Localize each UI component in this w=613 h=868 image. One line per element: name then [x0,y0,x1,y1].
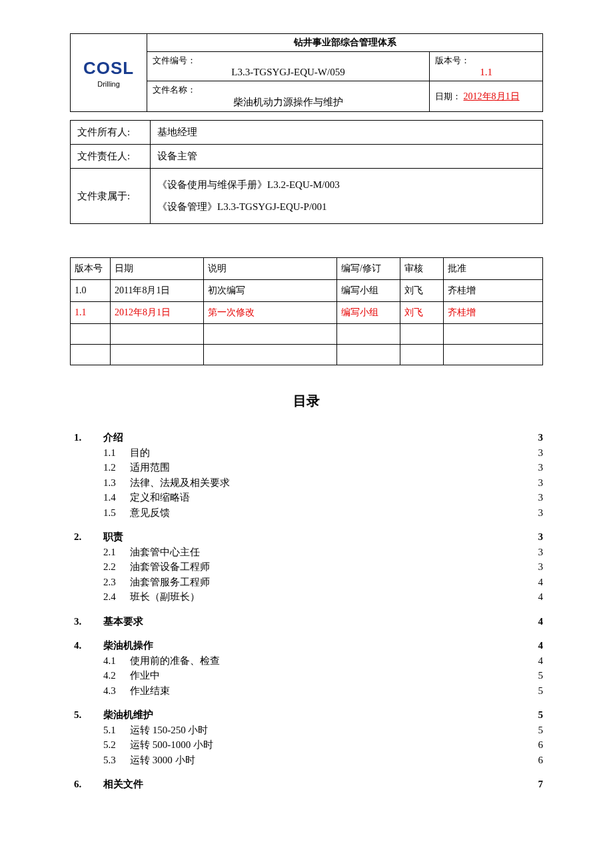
toc-text: 目的 [130,445,523,461]
toc-subsection: 5.3运转 3000 小时6 [70,753,543,768]
toc-text: 油套管中心主任 [130,545,523,560]
revision-cell: 第一次修改 [204,302,337,324]
belong-line-1: 《设备使用与维保手册》L3.2-EQU-M/003 [157,174,536,196]
toc-text: 油套管设备工程师 [130,559,523,575]
toc-number: 1.4 [103,490,130,505]
date-value: 2012年8月1日 [464,91,520,101]
toc-subsection: 1.5意见反馈3 [70,505,543,521]
toc-text: 作业结束 [130,683,523,699]
revision-cell: 2012年8月1日 [111,302,204,324]
toc-page: 4 [523,653,543,669]
revision-cell [71,324,111,345]
toc-text: 运转 500-1000 小时 [130,737,523,753]
revision-cell: 编写小组 [337,280,400,302]
toc-subsection: 2.2油套管设备工程师3 [70,559,543,575]
toc-section: 3.基本要求4 [70,614,543,629]
revision-cell: 刘飞 [400,280,444,302]
toc-number: 1.5 [103,505,130,521]
toc-subsection: 1.4定义和缩略语3 [70,490,543,505]
rev-header-review: 审核 [400,258,444,280]
rev-header-date: 日期 [111,258,204,280]
toc-number: 5.3 [103,753,130,768]
doc-name-value: 柴油机动力源操作与维护 [153,96,424,109]
owner-label: 文件所有人: [71,121,151,145]
toc-number: 5. [70,707,103,723]
toc-subsection: 1.3法律、法规及相关要求3 [70,475,543,491]
table-of-contents: 1.介绍31.1目的31.2适用范围31.3法律、法规及相关要求31.4定义和缩… [70,430,543,792]
toc-subsection: 4.1使用前的准备、检查4 [70,653,543,669]
toc-subsection: 2.3油套管服务工程师4 [70,575,543,590]
toc-page: 3 [523,490,543,505]
toc-page: 5 [523,668,543,683]
toc-title: 目录 [70,392,543,410]
toc-page: 6 [523,753,543,768]
toc-page: 4 [523,575,543,590]
rev-header-desc: 说明 [204,258,337,280]
belong-line-2: 《设备管理》L3.3-TGSYGJ-EQU-P/001 [157,196,536,218]
revision-row: 1.12012年8月1日第一次修改编写小组刘飞齐桂增 [71,302,543,324]
doc-number-value: L3.3-TGSYGJ-EQU-W/059 [153,67,424,78]
toc-page: 3 [523,430,543,445]
revision-cell [400,345,444,365]
doc-name-label: 文件名称： [153,85,196,95]
toc-text: 运转 150-250 小时 [130,723,523,738]
toc-number: 5.1 [103,723,130,738]
doc-number-label: 文件编号： [153,55,196,65]
toc-text: 使用前的准备、检查 [130,653,523,669]
toc-subsection: 4.2作业中5 [70,668,543,683]
rev-header-version: 版本号 [71,258,111,280]
toc-text: 意见反馈 [130,505,523,521]
toc-text: 定义和缩略语 [130,490,523,505]
toc-page: 4 [523,614,543,629]
toc-text: 运转 3000 小时 [130,753,523,768]
toc-number: 2. [70,529,103,545]
revision-cell [444,324,543,345]
toc-subsection: 5.2运转 500-1000 小时6 [70,737,543,753]
version-value: 1.1 [435,67,537,78]
toc-page: 7 [523,777,543,792]
toc-text: 油套管服务工程师 [130,575,523,590]
revision-cell: 齐桂增 [444,302,543,324]
toc-text: 柴油机维护 [103,707,523,723]
responsible-label: 文件责任人: [71,145,151,169]
revision-cell [111,345,204,365]
doc-number-cell: 文件编号： L3.3-TGSYGJ-EQU-W/059 [147,52,430,81]
logo-cell: COSL Drilling [71,34,147,112]
revision-cell: 初次编写 [204,280,337,302]
toc-number: 2.1 [103,545,130,560]
owner-value: 基地经理 [151,121,543,145]
revision-header-row: 版本号 日期 说明 编写/修订 审核 批准 [71,258,543,280]
toc-number: 4.2 [103,668,130,683]
toc-page: 3 [523,460,543,475]
toc-page: 3 [523,529,543,545]
revision-cell [444,345,543,365]
revision-cell [111,324,204,345]
revision-history-table: 版本号 日期 说明 编写/修订 审核 批准 1.02011年8月1日初次编写编写… [70,257,543,365]
revision-cell [337,345,400,365]
revision-row-empty [71,345,543,365]
revision-cell: 1.1 [71,302,111,324]
toc-text: 适用范围 [130,460,523,475]
toc-number: 1.2 [103,460,130,475]
toc-text: 职责 [103,529,523,545]
toc-section: 4.柴油机操作4 [70,638,543,653]
document-title: 钻井事业部综合管理体系 [147,34,543,52]
toc-number: 2.2 [103,559,130,575]
toc-text: 介绍 [103,430,523,445]
toc-text: 作业中 [130,668,523,683]
toc-page: 5 [523,707,543,723]
revision-cell: 齐桂增 [444,280,543,302]
version-cell: 版本号： 1.1 [430,52,543,81]
toc-page: 3 [523,505,543,521]
toc-text: 基本要求 [103,614,523,629]
date-cell: 日期： 2012年8月1日 [430,81,543,112]
revision-row-empty [71,324,543,345]
toc-section: 5.柴油机维护5 [70,707,543,723]
toc-subsection: 4.3作业结束5 [70,683,543,699]
toc-text: 相关文件 [103,777,523,792]
revision-cell: 编写小组 [337,302,400,324]
toc-number: 4.3 [103,683,130,699]
toc-number: 4.1 [103,653,130,669]
rev-header-author: 编写/修订 [337,258,400,280]
rev-header-approve: 批准 [444,258,543,280]
